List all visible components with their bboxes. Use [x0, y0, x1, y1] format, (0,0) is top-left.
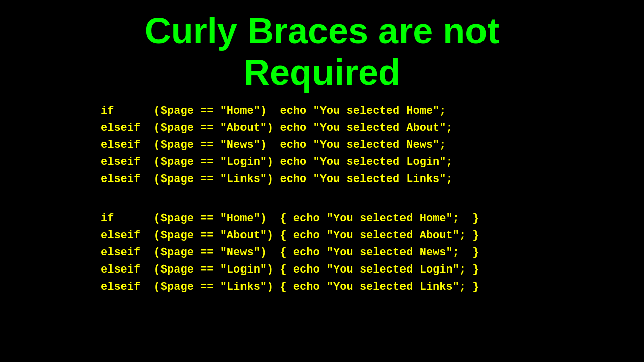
code-section-1: if ($page == "Home") echo "You selected …	[20, 103, 624, 188]
title-line2: Required	[145, 52, 499, 94]
title-line1: Curly Braces are not	[145, 10, 499, 52]
page-title: Curly Braces are not Required	[145, 10, 499, 94]
code-block-2: if ($page == "Home") { echo "You selecte…	[20, 210, 624, 296]
code-block-1: if ($page == "Home") echo "You selected …	[20, 103, 624, 188]
code-section-2: if ($page == "Home") { echo "You selecte…	[20, 210, 624, 296]
page-container: Curly Braces are not Required if ($page …	[0, 0, 644, 362]
